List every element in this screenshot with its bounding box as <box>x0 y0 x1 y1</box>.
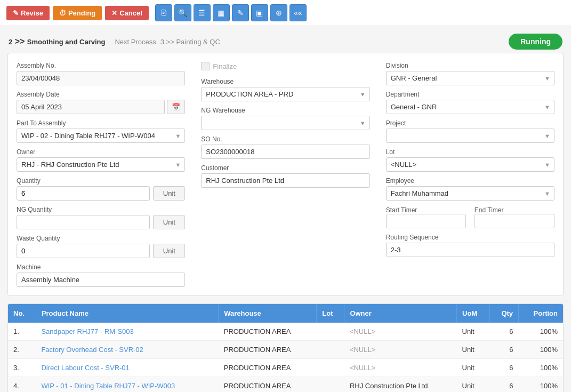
owner-select[interactable]: RHJ - RHJ Construction Pte Ltd <box>17 157 185 172</box>
timer-group: Start Timer End Timer <box>386 206 554 228</box>
project-select-wrapper: ▼ <box>386 129 554 143</box>
cell-owner: <NULL> <box>344 341 457 359</box>
cancel-icon: ✕ <box>111 9 117 17</box>
search-icon-button[interactable]: 🔍 <box>174 4 191 21</box>
project-select[interactable] <box>386 129 554 143</box>
ng-warehouse-label: NG Warehouse <box>201 107 369 114</box>
data-table: No. Product Name Warehouse Lot Owner UoM… <box>8 304 563 392</box>
cell-lot <box>317 377 344 393</box>
cell-portion: 100% <box>519 377 563 393</box>
cell-owner: <NULL> <box>344 359 457 377</box>
project-label: Project <box>386 119 554 127</box>
cell-warehouse: PRODUCTION AREA <box>219 341 317 359</box>
pending-button[interactable]: ⏱ Pending <box>53 6 102 20</box>
waste-quantity-row: Unit <box>17 244 185 258</box>
timer-row: Start Timer End Timer <box>386 206 554 228</box>
assembly-no-input[interactable] <box>17 71 185 85</box>
end-timer-field: End Timer <box>475 206 554 228</box>
page-header: 2 >> Smoothing and Carving Next Process … <box>0 26 571 53</box>
division-select[interactable]: GNR - General <box>386 71 554 85</box>
edit-icon-button[interactable]: ✎ <box>232 4 249 21</box>
division-select-wrapper: GNR - General ▼ <box>386 71 554 85</box>
cell-product[interactable]: Sandpaper RHJ77 - RM-S003 <box>36 323 218 341</box>
cell-product[interactable]: Factory Overhead Cost - SVR-02 <box>36 341 218 359</box>
quantity-unit: Unit <box>153 186 185 201</box>
table-row: 1. Sandpaper RHJ77 - RM-S003 PRODUCTION … <box>8 323 563 341</box>
table-row: 2. Factory Overhead Cost - SVR-02 PRODUC… <box>8 341 563 359</box>
warehouse-select[interactable]: PRODUCTION AREA - PRD <box>201 87 369 101</box>
cell-no: 4. <box>8 377 36 393</box>
cell-uom: Unit <box>457 359 490 377</box>
form-card: Assembly No. Assembly Date 📅 Part To Ass… <box>7 53 564 296</box>
status-badge: Running <box>509 34 562 50</box>
cell-lot <box>317 341 344 359</box>
form-col-mid: Finalize Warehouse PRODUCTION AREA - PRD… <box>201 62 369 287</box>
waste-quantity-unit: Unit <box>153 244 185 258</box>
ng-warehouse-select[interactable] <box>201 116 369 130</box>
lot-select[interactable]: <NULL> <box>386 157 554 172</box>
cell-portion: 100% <box>519 341 563 359</box>
revise-button[interactable]: ✎ Revise <box>6 6 50 20</box>
assembly-no-label: Assembly No. <box>17 62 185 69</box>
cell-lot <box>317 359 344 377</box>
next-process-label: Next Process <box>115 38 156 46</box>
project-field: Project ▼ <box>386 119 554 143</box>
customer-field: Customer <box>201 164 369 188</box>
employee-field: Employee Fachri Muhammad ▼ <box>386 177 554 201</box>
assembly-date-input[interactable] <box>17 100 165 114</box>
waste-quantity-label: Waste Quantity <box>17 235 185 242</box>
cell-qty: 6 <box>490 359 519 377</box>
cell-portion: 100% <box>519 359 563 377</box>
cell-warehouse: PRODUCTION AREA <box>219 323 317 341</box>
grid-icon-button[interactable]: ▣ <box>251 4 268 21</box>
document-icon-button[interactable]: 🖹 <box>155 4 172 21</box>
lot-select-wrapper: <NULL> ▼ <box>386 157 554 172</box>
so-no-input[interactable] <box>201 145 369 159</box>
ng-warehouse-select-wrapper: ▼ <box>201 116 369 130</box>
quantity-field: Quantity Unit <box>17 177 185 201</box>
cancel-button[interactable]: ✕ Cancel <box>105 6 149 20</box>
quantity-label: Quantity <box>17 177 185 185</box>
customer-label: Customer <box>201 164 369 172</box>
department-select-wrapper: General - GNR ▼ <box>386 100 554 114</box>
routing-sequence-label: Routing Sequence <box>386 234 554 241</box>
machine-input[interactable] <box>17 273 185 287</box>
employee-label: Employee <box>386 177 554 185</box>
calendar-icon[interactable]: 📅 <box>167 100 185 114</box>
so-no-field: SO No. <box>201 135 369 159</box>
cell-product[interactable]: WIP - 01 - Dining Table RHJ77 - WIP-W003 <box>36 377 218 393</box>
cell-product[interactable]: Direct Labour Cost - SVR-01 <box>36 359 218 377</box>
end-timer-input[interactable] <box>475 214 554 228</box>
quantity-row: Unit <box>17 186 185 201</box>
finalize-checkbox[interactable] <box>201 62 210 70</box>
start-timer-label: Start Timer <box>386 206 417 214</box>
waste-quantity-input[interactable] <box>17 244 150 258</box>
assembly-date-field: Assembly Date 📅 <box>17 91 185 114</box>
routing-sequence-input[interactable] <box>386 243 554 257</box>
employee-select[interactable]: Fachri Muhammad <box>386 186 554 201</box>
col-owner: Owner <box>344 304 457 323</box>
customer-input[interactable] <box>201 173 369 188</box>
department-select[interactable]: General - GNR <box>386 100 554 114</box>
back-icon-button[interactable]: «« <box>289 4 307 21</box>
finalize-label: Finalize <box>213 62 237 70</box>
routing-sequence-field: Routing Sequence <box>386 234 554 257</box>
department-label: Department <box>386 91 554 98</box>
list-icon-button[interactable]: ☰ <box>194 4 211 21</box>
quantity-input[interactable] <box>17 186 150 201</box>
ng-quantity-label: NG Quantity <box>17 206 185 213</box>
form-col-left: Assembly No. Assembly Date 📅 Part To Ass… <box>17 62 185 287</box>
ng-quantity-input[interactable] <box>17 215 150 229</box>
department-field: Department General - GNR ▼ <box>386 91 554 114</box>
machine-label: Machine <box>17 263 185 271</box>
start-timer-input[interactable] <box>386 214 466 228</box>
division-field: Division GNR - General ▼ <box>386 62 554 85</box>
division-label: Division <box>386 62 554 69</box>
toolbar: ✎ Revise ⏱ Pending ✕ Cancel 🖹 🔍 ☰ ▦ ✎ ▣ … <box>0 0 571 26</box>
add-circle-icon-button[interactable]: ⊕ <box>270 4 287 21</box>
owner-field: Owner RHJ - RHJ Construction Pte Ltd ▼ <box>17 148 185 172</box>
barcode-icon-button[interactable]: ▦ <box>213 4 230 21</box>
part-to-assembly-select[interactable]: WIP - 02 - Dining Table RHJ77 - WIP-W004 <box>17 129 185 143</box>
cell-no: 2. <box>8 341 36 359</box>
employee-select-wrapper: Fachri Muhammad ▼ <box>386 186 554 201</box>
